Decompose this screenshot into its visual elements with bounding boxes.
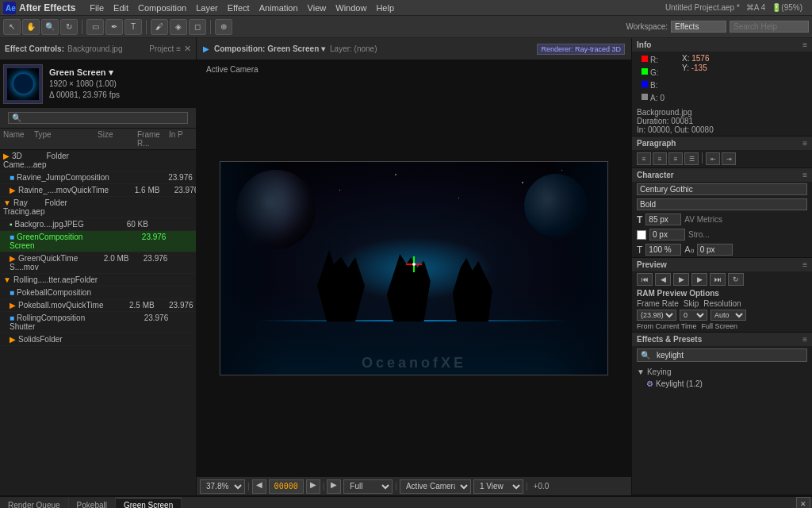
tool-stamp[interactable]: ◈ <box>170 19 187 35</box>
skip-select[interactable]: 0 <box>680 310 707 321</box>
tool-hand[interactable]: ✋ <box>22 19 40 35</box>
offset-val-input[interactable] <box>697 244 733 256</box>
corridor-left <box>220 162 284 375</box>
tree-fps <box>149 152 181 169</box>
menu-window[interactable]: Window <box>331 2 371 14</box>
res-select[interactable]: Auto <box>710 310 746 321</box>
vt-prev-frame[interactable]: ◀ <box>252 479 266 494</box>
active-camera-label: Active Camera <box>206 65 259 74</box>
stroke-val-input[interactable] <box>649 229 685 241</box>
info-panel-menu[interactable]: ≡ <box>802 40 807 49</box>
list-item[interactable]: ▼Rolling.....tter.aep Folder <box>0 274 196 287</box>
view-dropdown[interactable]: 1 View 2 Views <box>473 479 523 494</box>
menu-effect[interactable]: Effect <box>223 2 255 14</box>
list-item[interactable]: ▶Solids Folder <box>0 333 196 346</box>
list-item[interactable]: ■Green Screen Composition 23.976 <box>0 231 196 252</box>
preview-header[interactable]: Preview ≡ <box>632 258 812 271</box>
fps-select[interactable]: (23.98) <box>637 310 676 321</box>
effect-icon: ⚙ <box>646 379 653 388</box>
paragraph-menu[interactable]: ≡ <box>802 139 807 148</box>
tool-pen[interactable]: ✒ <box>105 19 123 35</box>
workspace-dropdown[interactable] <box>671 21 726 33</box>
effects-presets-header[interactable]: Effects & Presets ≡ <box>632 333 812 346</box>
scale-val-input[interactable] <box>645 244 681 256</box>
prev-back-btn[interactable]: ◀ <box>655 273 671 286</box>
list-item[interactable]: ■Ravine_Jump Composition 23.976 <box>0 171 196 184</box>
align-justify-btn[interactable]: ☰ <box>684 152 699 165</box>
tab-pokeball[interactable]: Pokeball <box>69 498 116 508</box>
list-item[interactable]: ■Pokeball Composition <box>0 287 196 299</box>
list-item[interactable]: ▶3D Came....aep Folder <box>0 150 196 171</box>
a-label: A: <box>650 94 657 102</box>
effects-presets-panel: Effects & Presets ≡ 🔍 ▼ Keying ⚙ Keyligh… <box>632 333 812 495</box>
res-label: Resolution <box>703 299 741 308</box>
svg-text:Ae: Ae <box>6 4 16 13</box>
info-panel-header[interactable]: Info ≡ <box>632 38 812 52</box>
indent-right-btn[interactable]: ⇥ <box>722 152 736 165</box>
search-help-input[interactable] <box>730 21 809 33</box>
list-item[interactable]: ▼Ray Tracing.aep Folder <box>0 197 196 218</box>
composition-viewer[interactable]: Active Camera <box>197 60 631 476</box>
tree-size <box>102 233 142 250</box>
indent-left-btn[interactable]: ⇤ <box>706 152 720 165</box>
list-item[interactable]: ▶Green S....mov QuickTime 2.0 MB 23.976 <box>0 252 196 274</box>
toolbar-sep-1 <box>82 20 82 34</box>
font-style-input[interactable] <box>637 198 807 210</box>
tool-puppet[interactable]: ⊕ <box>215 19 232 35</box>
list-item[interactable]: ■Rolling Shutter Composition 23.976 <box>0 312 196 333</box>
tree-fps <box>178 275 196 284</box>
tool-select[interactable]: ↖ <box>3 19 21 35</box>
menu-animation[interactable]: Animation <box>255 2 303 14</box>
effects-search-input[interactable] <box>653 350 803 360</box>
prev-play-btn[interactable]: ▶ <box>673 273 689 286</box>
project-search-input[interactable] <box>8 112 188 124</box>
toolbar-sep-3 <box>210 20 211 34</box>
prev-loop-btn[interactable]: ↻ <box>728 273 744 286</box>
tool-text[interactable]: T <box>124 19 142 35</box>
vt-timecode[interactable]: 00000 <box>269 479 304 494</box>
tab-green-screen[interactable]: Green Screen <box>116 498 182 508</box>
list-item[interactable]: ▪Backgro....jpg JPEG 60 KB <box>0 218 196 231</box>
zoom-dropdown[interactable]: 37.8% 50% 100% <box>200 479 245 494</box>
effects-presets-menu[interactable]: ≡ <box>802 335 807 344</box>
character-header[interactable]: Character ≡ <box>632 168 812 182</box>
timeline-close-btn[interactable]: ✕ <box>796 497 810 508</box>
prev-first-btn[interactable]: ⏮ <box>637 273 653 286</box>
tree-size: 1.6 MB <box>135 186 174 194</box>
project-label: Project ≡ <box>149 44 181 53</box>
font-family-input[interactable] <box>637 183 807 195</box>
character-menu[interactable]: ≡ <box>802 171 807 179</box>
preview-menu[interactable]: ≡ <box>802 260 807 269</box>
list-item[interactable]: ▶Pokeball.mov QuickTime 2.5 MB 23.976 <box>0 299 196 312</box>
vt-preview-play[interactable]: ▶ <box>327 479 341 494</box>
tool-rotate[interactable]: ↻ <box>60 19 78 35</box>
align-right-btn[interactable]: ≡ <box>668 152 683 165</box>
tree-fps: 23.976 <box>168 173 196 182</box>
camera-dropdown[interactable]: Active Camera <box>400 479 471 494</box>
tab-render-queue[interactable]: Render Queue <box>0 498 69 508</box>
menu-layer[interactable]: Layer <box>191 2 223 14</box>
menu-edit[interactable]: Edit <box>109 2 133 14</box>
tool-shape1[interactable]: ▭ <box>86 19 104 35</box>
menu-composition[interactable]: Composition <box>133 2 191 14</box>
vt-next-frame[interactable]: ▶ <box>306 479 320 494</box>
prev-last-btn[interactable]: ⏭ <box>710 273 726 286</box>
paragraph-header[interactable]: Paragraph ≡ <box>632 137 812 150</box>
font-size-input[interactable] <box>645 214 681 225</box>
effect-keylight[interactable]: ⚙ Keylight (1.2) <box>637 378 807 390</box>
align-left-btn[interactable]: ≡ <box>637 152 651 165</box>
tree-fps <box>167 220 196 229</box>
tool-brush[interactable]: 🖌 <box>151 19 168 35</box>
menu-help[interactable]: Help <box>371 2 399 14</box>
effects-search-icon: 🔍 <box>641 351 650 360</box>
effect-controls-close[interactable]: ✕ <box>184 44 191 54</box>
composition-canvas[interactable]: OceanofXE <box>220 161 608 375</box>
tool-zoom[interactable]: 🔍 <box>41 19 59 35</box>
menu-file[interactable]: File <box>85 2 109 14</box>
tool-eraser[interactable]: ◻ <box>189 19 206 35</box>
list-item[interactable]: ▶Ravine_....mov QuickTime 1.6 MB 23.976 <box>0 184 196 197</box>
align-center-btn[interactable]: ≡ <box>653 152 667 165</box>
quality-dropdown[interactable]: Full Half Quarter <box>343 479 393 494</box>
prev-fwd-btn[interactable]: ▶ <box>691 273 707 286</box>
menu-view[interactable]: View <box>303 2 331 14</box>
